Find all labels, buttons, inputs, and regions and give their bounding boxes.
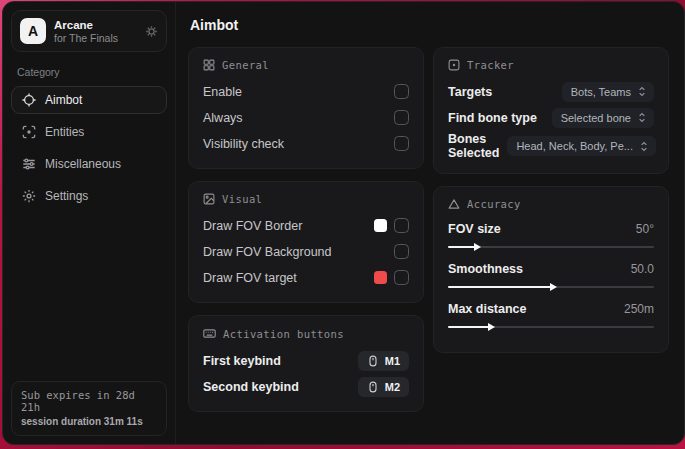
session-duration-text: session duration 31m 11s — [21, 416, 157, 427]
image-icon — [203, 193, 215, 205]
keybind-value: M1 — [385, 355, 400, 367]
setting-label: Targets — [448, 85, 492, 99]
slider-thumb[interactable] — [488, 323, 495, 331]
find-bone-type-select[interactable]: Selected bone — [552, 108, 654, 128]
app-window: A Arcane for The Finals Category — [2, 1, 685, 445]
setting-row-draw-fov-border: Draw FOV Border — [203, 214, 409, 237]
sidebar-item-aimbot[interactable]: Aimbot — [11, 86, 167, 114]
chevrons-up-down-icon — [639, 141, 649, 152]
setting-label: Visibility check — [203, 137, 284, 151]
select-value: Selected bone — [561, 112, 631, 124]
setting-row-find-bone-type: Find bone type Selected bone — [448, 106, 654, 129]
setting-row-first-keybind: First keybind M1 — [203, 349, 409, 372]
keyboard-icon — [203, 327, 216, 340]
sync-icon[interactable] — [145, 25, 158, 38]
setting-label: Second keybind — [203, 380, 299, 394]
panel-title: Visual — [222, 193, 262, 205]
setting-row-fov-size: FOV size 50° — [448, 219, 654, 253]
always-checkbox[interactable] — [394, 110, 409, 125]
setting-label: Always — [203, 111, 243, 125]
slider-value: 50° — [636, 222, 654, 236]
setting-row-visibility-check: Visibility check — [203, 132, 409, 155]
sidebar-item-label: Aimbot — [45, 93, 82, 107]
chevrons-up-down-icon — [637, 86, 647, 97]
setting-label: First keybind — [203, 354, 281, 368]
setting-label: Max distance — [448, 302, 527, 316]
setting-row-draw-fov-background: Draw FOV Background — [203, 240, 409, 263]
panel-title: Accuracy — [467, 198, 521, 210]
setting-label: Bones Selected — [448, 132, 499, 160]
draw-fov-background-checkbox[interactable] — [394, 244, 409, 259]
select-value: Head, Neck, Body, Pe... — [516, 140, 633, 152]
subscription-status-card: Sub expires in 28d 21h session duration … — [11, 381, 167, 436]
enable-checkbox[interactable] — [394, 84, 409, 99]
app-subtitle: for The Finals — [54, 32, 137, 44]
max-distance-slider[interactable] — [448, 321, 654, 333]
visibility-check-checkbox[interactable] — [394, 136, 409, 151]
select-value: Bots, Teams — [571, 86, 631, 98]
bones-selected-select[interactable]: Head, Neck, Body, Pe... — [507, 136, 656, 156]
first-keybind-button[interactable]: M1 — [358, 351, 409, 371]
smoothness-slider[interactable] — [448, 281, 654, 293]
draw-fov-border-checkbox[interactable] — [394, 218, 409, 233]
brand-text: Arcane for The Finals — [54, 19, 137, 44]
tracker-panel: Tracker Targets Bots, Teams — [433, 47, 669, 174]
chevrons-up-down-icon — [637, 112, 647, 123]
visual-panel: Visual Draw FOV Border Draw FOV Backgrou… — [188, 181, 424, 303]
setting-label: Find bone type — [448, 111, 537, 125]
setting-label: Smoothness — [448, 262, 523, 276]
sidebar-item-entities[interactable]: Entities — [11, 118, 167, 146]
sidebar-item-miscellaneous[interactable]: Miscellaneous — [11, 150, 167, 178]
app-name: Arcane — [54, 19, 137, 31]
sidebar-item-label: Entities — [45, 125, 84, 139]
fov-border-color-swatch[interactable] — [374, 219, 387, 232]
targets-select[interactable]: Bots, Teams — [562, 82, 654, 102]
mouse-icon — [367, 381, 379, 393]
setting-row-max-distance: Max distance 250m — [448, 299, 654, 333]
slider-thumb[interactable] — [550, 283, 557, 291]
setting-label: FOV size — [448, 222, 501, 236]
setting-row-bones-selected: Bones Selected Head, Neck, Body, Pe... — [448, 132, 654, 160]
activation-buttons-panel: Activation buttons First keybind M1 — [188, 315, 424, 412]
panel-title: Tracker — [467, 59, 514, 71]
fov-target-color-swatch[interactable] — [374, 271, 387, 284]
target-box-icon — [448, 59, 460, 71]
setting-row-always: Always — [203, 106, 409, 129]
setting-label: Draw FOV target — [203, 271, 297, 285]
brand-card: A Arcane for The Finals — [11, 10, 167, 52]
setting-row-targets: Targets Bots, Teams — [448, 80, 654, 103]
sidebar-item-label: Settings — [45, 189, 88, 203]
slider-thumb[interactable] — [474, 243, 481, 251]
setting-row-enable: Enable — [203, 80, 409, 103]
sidebar-nav: Aimbot Entities Miscella — [11, 86, 167, 210]
sidebar: A Arcane for The Finals Category — [3, 2, 176, 444]
general-panel: General Enable Always Visibility check — [188, 47, 424, 169]
app-logo: A — [20, 18, 46, 44]
panel-title: General — [222, 59, 269, 71]
triangle-icon — [448, 198, 460, 210]
crosshair-icon — [22, 93, 36, 107]
setting-label: Enable — [203, 85, 242, 99]
gear-icon — [22, 189, 36, 203]
category-label: Category — [17, 66, 161, 78]
sliders-icon — [22, 157, 36, 171]
setting-row-draw-fov-target: Draw FOV target — [203, 266, 409, 289]
accuracy-panel: Accuracy FOV size 50° — [433, 186, 669, 353]
setting-label: Draw FOV Border — [203, 219, 302, 233]
slider-value: 50.0 — [631, 262, 654, 276]
setting-row-second-keybind: Second keybind M2 — [203, 375, 409, 398]
sidebar-item-settings[interactable]: Settings — [11, 182, 167, 210]
setting-row-smoothness: Smoothness 50.0 — [448, 259, 654, 293]
second-keybind-button[interactable]: M2 — [358, 377, 409, 397]
mouse-icon — [367, 355, 379, 367]
scan-eye-icon — [22, 125, 36, 139]
setting-label: Draw FOV Background — [203, 245, 332, 259]
main-content: Aimbot General Enable — [176, 2, 684, 444]
draw-fov-target-checkbox[interactable] — [394, 270, 409, 285]
keybind-value: M2 — [385, 381, 400, 393]
page-title: Aimbot — [190, 17, 669, 33]
fov-size-slider[interactable] — [448, 241, 654, 253]
sidebar-item-label: Miscellaneous — [45, 157, 121, 171]
layout-grid-icon — [203, 59, 215, 71]
slider-value: 250m — [624, 302, 654, 316]
